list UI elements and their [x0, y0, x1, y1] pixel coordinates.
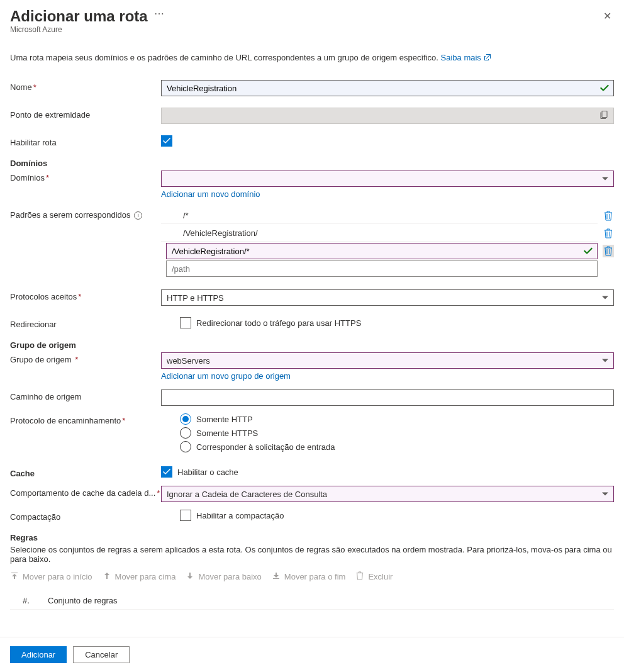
intro-text: Uma rota mapeia seus domínios e os padrõ… — [10, 53, 614, 62]
radio-label: Somente HTTP — [196, 415, 253, 424]
enable-cache-label: Habilitar o cache — [177, 468, 238, 477]
enable-cache-checkbox[interactable] — [161, 466, 172, 478]
arrow-bottom-icon — [272, 571, 281, 582]
external-link-icon — [484, 53, 491, 62]
cache-behavior-label: Comportamento de cache da cadeia d...* — [10, 486, 161, 498]
page-title: Adicionar uma rota — [10, 8, 148, 25]
radio-label: Corresponder à solicitação de entrada — [196, 442, 335, 452]
cancel-button[interactable]: Cancelar — [73, 646, 130, 663]
info-icon[interactable]: i — [134, 211, 142, 220]
rules-col-set: Conjunto de regras — [48, 596, 118, 605]
pattern-input-new[interactable] — [166, 260, 598, 277]
delete-pattern-button[interactable] — [603, 245, 614, 257]
move-top-button[interactable]: Mover para o início — [10, 571, 92, 582]
pattern-input-active[interactable] — [166, 243, 598, 259]
compression-label: Compactação — [10, 510, 161, 522]
forward-protocol-https-radio[interactable] — [180, 427, 191, 439]
arrow-down-icon — [186, 571, 194, 582]
move-up-button[interactable]: Mover para cima — [103, 571, 176, 582]
learn-more-link[interactable]: Saiba mais — [441, 53, 491, 62]
name-label: Nome* — [10, 80, 161, 92]
cache-heading: Cache — [10, 466, 161, 478]
add-domain-link[interactable]: Adicionar um novo domínio — [161, 189, 260, 199]
forward-protocol-match-radio[interactable] — [180, 441, 191, 452]
move-down-button[interactable]: Mover para baixo — [186, 571, 261, 582]
delete-rule-button[interactable]: Excluir — [355, 571, 393, 582]
footer: Adicionar Cancelar — [0, 637, 624, 672]
compression-checkbox-label: Habilitar a compactação — [196, 511, 284, 520]
close-icon: ✕ — [603, 11, 611, 21]
protocols-label: Protocolos aceitos* — [10, 289, 161, 301]
domains-label: Domínios* — [10, 171, 161, 182]
rules-toolbar: Mover para o início Mover para cima Move… — [10, 569, 614, 585]
arrow-up-icon — [103, 571, 111, 582]
cache-behavior-select[interactable]: Ignorar a Cadeia de Caracteres de Consul… — [161, 486, 614, 502]
rules-col-number: #. — [23, 596, 48, 605]
origin-group-label: Grupo de origem * — [10, 352, 161, 364]
redirect-label: Redirecionar — [10, 317, 161, 329]
origin-path-label: Caminho de origem — [10, 389, 161, 401]
compression-checkbox[interactable] — [180, 510, 191, 521]
close-button[interactable]: ✕ — [603, 10, 611, 22]
domains-select[interactable] — [161, 171, 614, 187]
enable-route-label: Habilitar rota — [10, 135, 161, 147]
pattern-item-new — [161, 260, 614, 277]
redirect-checkbox[interactable] — [180, 317, 191, 328]
origin-group-select[interactable]: webServers — [161, 352, 614, 369]
pattern-item: /* — [161, 208, 614, 224]
arrow-top-icon — [10, 571, 19, 582]
pattern-value[interactable]: /* — [161, 208, 598, 224]
delete-pattern-button[interactable] — [603, 210, 614, 222]
rules-description: Selecione os conjuntos de regras a serem… — [10, 545, 614, 564]
origin-path-input[interactable] — [161, 389, 614, 406]
add-origin-group-link[interactable]: Adicionar um novo grupo de origem — [161, 371, 291, 381]
page-subtitle: Microsoft Azure — [10, 25, 614, 34]
pattern-value[interactable]: /VehicleRegistration/ — [161, 225, 598, 242]
enable-route-checkbox[interactable] — [161, 135, 172, 147]
trash-icon — [355, 571, 364, 582]
rules-table-header: #. Conjunto de regras — [10, 591, 614, 610]
add-button[interactable]: Adicionar — [10, 646, 67, 663]
more-options-icon[interactable]: ⋯ — [154, 8, 165, 20]
panel-header: Adicionar uma rota ⋯ Microsoft Azure ✕ — [0, 0, 624, 36]
move-bottom-button[interactable]: Mover para o fim — [272, 571, 346, 582]
pattern-item: /VehicleRegistration/ — [161, 225, 614, 242]
protocols-select[interactable]: HTTP e HTTPS — [161, 289, 614, 306]
radio-label: Somente HTTPS — [196, 428, 258, 438]
domains-heading: Domínios — [10, 159, 614, 168]
pattern-list: /* /VehicleRegistration/ — [161, 208, 614, 277]
endpoint-input — [161, 108, 614, 124]
endpoint-label: Ponto de extremidade — [10, 108, 161, 120]
pattern-item — [161, 243, 614, 259]
name-input[interactable] — [161, 80, 614, 96]
delete-pattern-button[interactable] — [603, 227, 614, 240]
forward-protocol-label: Protocolo de encaminhamento* — [10, 413, 161, 425]
forward-protocol-http-radio[interactable] — [180, 413, 191, 425]
origin-heading: Grupo de origem — [10, 340, 614, 350]
rules-heading: Regras — [10, 533, 614, 542]
redirect-checkbox-label: Redirecionar todo o tráfego para usar HT… — [196, 318, 361, 328]
patterns-label: Padrões a serem correspondidos i — [10, 208, 161, 220]
